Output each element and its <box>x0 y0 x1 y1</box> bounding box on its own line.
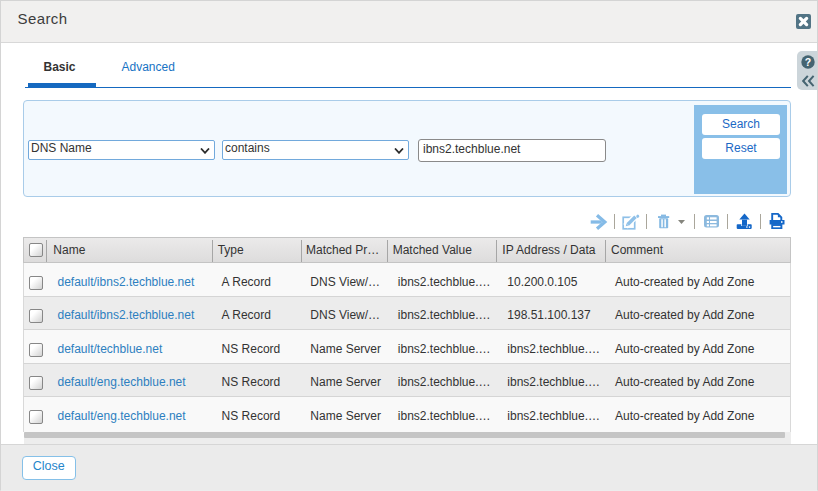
svg-text:?: ? <box>805 56 811 68</box>
